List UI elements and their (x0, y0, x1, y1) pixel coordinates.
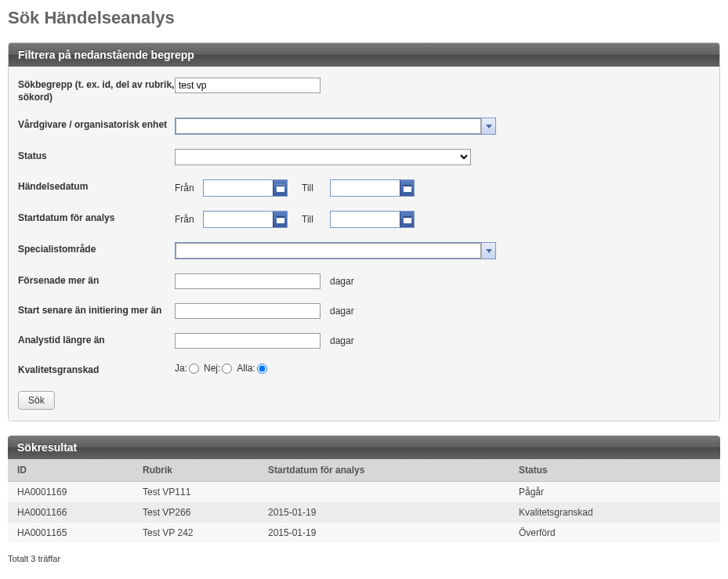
label-startsenare: Start senare än initiering mer än (18, 303, 175, 317)
input-forsenade[interactable] (175, 273, 321, 289)
input-analystid[interactable] (175, 333, 321, 349)
label-status: Status (18, 149, 175, 163)
date-startdatum-to-input[interactable] (331, 212, 400, 227)
col-start[interactable]: Startdatum för analys (259, 459, 509, 482)
filter-panel-body: Sökbegrepp (t. ex. id, del av rubrik, sö… (9, 67, 719, 421)
radio-alla[interactable] (257, 364, 267, 374)
calendar-icon[interactable] (400, 212, 414, 227)
svg-rect-8 (404, 216, 411, 218)
unit-dagar: dagar (330, 276, 354, 287)
cell-id: HA0001166 (8, 502, 133, 523)
unit-dagar: dagar (330, 335, 354, 346)
date-handelsedatum-from-input[interactable] (204, 180, 273, 196)
label-vardgivare: Vårdgivare / organisatorisk enhet (18, 118, 175, 132)
cell-id: HA0001165 (8, 523, 133, 543)
results-panel: Sökresultat ID Rubrik Startdatum för ana… (8, 436, 720, 543)
select-specialist-input[interactable] (176, 243, 481, 259)
label-from: Från (175, 183, 197, 194)
radio-text-alla: Alla: (237, 363, 255, 374)
label-sokbegrepp: Sökbegrepp (t. ex. id, del av rubrik, sö… (18, 78, 175, 103)
radio-text-ja: Ja: (175, 363, 187, 374)
label-handelsedatum: Händelsedatum (18, 179, 175, 194)
input-startsenare[interactable] (175, 303, 321, 319)
label-from: Från (175, 214, 197, 225)
radio-label-ja[interactable]: Ja: (175, 363, 199, 374)
label-startdatum: Startdatum för analys (18, 211, 175, 225)
svg-rect-4 (404, 185, 411, 186)
page-title: Sök Händelseanalys (8, 8, 720, 28)
calendar-icon[interactable] (273, 180, 287, 196)
label-to: Till (302, 183, 324, 194)
date-handelsedatum-to[interactable] (330, 179, 415, 197)
select-vardgivare-input[interactable] (176, 118, 481, 134)
cell-rubrik: Test VP 242 (133, 523, 259, 543)
filter-panel-header: Filtrera på nedanstående begrepp (9, 43, 719, 67)
filter-panel: Filtrera på nedanstående begrepp Sökbegr… (8, 42, 720, 422)
radio-text-nej: Nej: (204, 363, 220, 374)
radio-ja[interactable] (189, 364, 199, 374)
label-kvalitet: Kvalitetsgranskad (18, 363, 175, 377)
date-handelsedatum-to-input[interactable] (331, 180, 400, 196)
cell-start: 2015-01-19 (259, 502, 509, 523)
label-analystid: Analystid längre än (18, 333, 175, 347)
table-row[interactable]: HA0001169Test VP111Pågår (8, 481, 720, 502)
date-startdatum-to[interactable] (330, 211, 415, 228)
results-header: Sökresultat (8, 436, 720, 459)
col-id[interactable]: ID (8, 459, 133, 482)
cell-start: 2015-01-19 (259, 523, 509, 543)
radio-label-nej[interactable]: Nej: (204, 363, 232, 374)
select-specialist[interactable] (175, 242, 496, 259)
cell-status: Kvalitetsgranskad (509, 502, 720, 523)
cell-rubrik: Test VP111 (133, 481, 259, 502)
col-rubrik[interactable]: Rubrik (133, 459, 259, 482)
date-startdatum-from-input[interactable] (204, 212, 273, 227)
cell-id: HA0001169 (8, 481, 133, 502)
table-row[interactable]: HA0001165Test VP 2422015-01-19Överförd (8, 523, 720, 543)
search-button[interactable]: Sök (18, 391, 55, 410)
svg-rect-6 (277, 216, 284, 218)
radio-label-alla[interactable]: Alla: (237, 363, 266, 374)
radio-nej[interactable] (222, 364, 232, 374)
chevron-down-icon[interactable] (481, 118, 495, 134)
select-status[interactable] (175, 149, 471, 165)
date-startdatum-from[interactable] (203, 211, 288, 228)
label-specialist: Specialistområde (18, 242, 175, 256)
calendar-icon[interactable] (273, 212, 287, 227)
cell-start (259, 481, 509, 502)
results-summary: Totalt 3 träffar (8, 554, 720, 563)
radio-group-kvalitet: Ja: Nej: Alla: (175, 363, 267, 374)
unit-dagar: dagar (330, 306, 354, 317)
svg-rect-1 (277, 185, 284, 186)
calendar-icon[interactable] (400, 180, 414, 196)
date-handelsedatum-from[interactable] (203, 179, 288, 197)
results-header-row: ID Rubrik Startdatum för analys Status (8, 459, 720, 482)
cell-status: Pågår (509, 481, 720, 502)
chevron-down-icon[interactable] (481, 243, 495, 259)
cell-status: Överförd (509, 523, 720, 543)
cell-rubrik: Test VP266 (133, 502, 259, 523)
input-sokbegrepp[interactable] (175, 78, 321, 93)
select-vardgivare[interactable] (175, 118, 496, 135)
table-row[interactable]: HA0001166Test VP2662015-01-19Kvalitetsgr… (8, 502, 720, 523)
results-table: ID Rubrik Startdatum för analys Status H… (8, 459, 720, 543)
label-forsenade: Försenade mer än (18, 273, 175, 288)
label-to: Till (302, 214, 324, 225)
col-status[interactable]: Status (509, 459, 720, 482)
